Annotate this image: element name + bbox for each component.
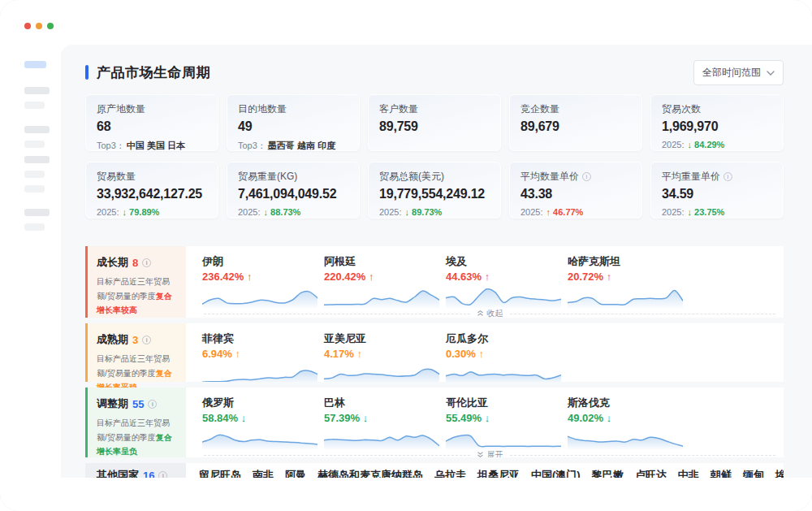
stat-card: 目的地数量49Top3：墨西哥 越南 印度 [227,94,360,151]
phase-title: 调整期55i [97,396,179,411]
phase-description-highlight: 复合增长率较高 [97,292,172,315]
panel-header: 产品市场生命周期 全部时间范围 [85,61,784,84]
country-tag: 中国(澳门) [531,468,581,478]
stat-card-value: 1,969,970 [662,119,772,134]
stat-card-top3: Top3：墨西哥 越南 印度 [238,140,348,151]
stat-card-label-text: 平均数量单价 [520,170,579,184]
phase-row-adjust: 调整期55i目标产品近三年贸易额/贸易量的季度复合增长率呈负俄罗斯58.84% … [85,388,784,457]
country-name: 巴林 [324,396,446,410]
divider [510,455,776,456]
info-icon[interactable]: i [582,172,591,181]
stat-card-label-text: 竞企数量 [520,102,559,116]
stat-card-label-text: 原产地数量 [97,102,145,116]
stat-card: 贸易重量(KG)7,461,094,049.522025:↓ 88.73% [227,162,360,219]
sidebar-skeleton-item [24,209,50,216]
phase-count: 16 [143,470,154,479]
sidebar-skeleton-item [24,156,50,163]
phase-name: 成熟期 [97,332,128,347]
stat-card: 客户数量89,759 [368,94,501,151]
time-range-select[interactable]: 全部时间范围 [693,60,784,85]
stat-card-value: 19,779,554,249.12 [379,187,490,201]
divider [204,455,470,456]
arrow-up-icon: ↑ [356,348,362,360]
stat-card-trend: 2025:↓ 23.75% [662,207,772,217]
stat-card-label: 目的地数量 [238,102,348,116]
collapse-toggle[interactable]: 收起 [202,308,784,318]
expand-toggle[interactable]: 展开 [202,449,784,457]
trend-year: 2025: [238,207,261,217]
main-panel: 产品市场生命周期 全部时间范围 原产地数量68Top3：中国 美国 日本目的地数… [61,45,812,478]
sparkline-chart [202,362,317,382]
sidebar-skeleton-item [24,102,45,109]
info-icon[interactable]: i [158,471,167,479]
window-minimize-button[interactable] [36,23,42,29]
toggle-label: 展开 [477,449,503,457]
country-name: 菲律宾 [202,331,324,346]
sparkline-chart [446,285,561,308]
stat-card-value: 7,461,094,049.52 [238,187,348,201]
country-tag: 留尼旺岛 [199,468,241,478]
stat-card: 贸易总额(美元)19,779,554,249.122025:↓ 89.73% [368,162,501,219]
stat-card-label-text: 目的地数量 [238,102,287,116]
window-zoom-button[interactable] [47,23,54,29]
other-countries-list: 留尼旺岛南非阿曼赫德岛和麦克唐纳群岛乌拉圭坦桑尼亚中国(澳门)黎巴嫩卢旺达中非朝… [186,463,784,478]
country-cell: 阿根廷220.42% ↑ [324,246,446,308]
arrow-down-icon: ↓ [363,412,369,424]
country-cell: 埃及44.63% ↑ [446,246,568,308]
window-close-button[interactable] [24,23,31,29]
arrow-down-icon: ↓ [688,140,693,149]
country-cell: 哈萨克斯坦20.72% ↑ [568,246,689,308]
phase-panel-mature: 成熟期3i目标产品近三年贸易额/贸易量的季度复合增长率平稳 [85,323,186,382]
sparkline-chart [446,362,561,382]
trend-value: ↓ 88.73% [264,207,301,217]
country-name: 阿根廷 [324,254,446,269]
country-tag: 黎巴嫩 [592,468,624,478]
country-cell: 菲律宾6.94% ↑ [202,323,324,382]
country-growth-pct: 20.72% ↑ [568,271,689,283]
title-wrap: 产品市场生命周期 [85,63,210,82]
stat-card-top3: Top3：中国 美国 日本 [97,140,207,151]
lifecycle-section: 成长期8i目标产品近三年贸易额/贸易量的季度复合增长率较高伊朗236.42% ↑… [85,246,784,478]
stat-card: 平均数量单价i43.382025:↑ 46.77% [509,162,642,219]
country-tag: 赫德岛和麦克唐纳群岛 [317,468,423,478]
arrow-down-icon: ↓ [264,207,269,217]
country-growth-pct: 49.02% ↓ [568,412,689,424]
country-cells: 伊朗236.42% ↑阿根廷220.42% ↑埃及44.63% ↑哈萨克斯坦20… [202,246,784,308]
phase-name: 调整期 [97,396,128,411]
country-tag: 埃塞俄比亚 [775,468,784,478]
country-tag: 缅甸 [743,468,764,478]
arrow-up-icon: ↑ [247,271,253,283]
trend-year: 2025: [97,207,119,217]
country-name: 厄瓜多尔 [446,331,568,346]
phase-row-others: 其他国家16i留尼旺岛南非阿曼赫德岛和麦克唐纳群岛乌拉圭坦桑尼亚中国(澳门)黎巴… [85,463,784,478]
arrow-up-icon: ↑ [478,348,484,360]
info-icon[interactable]: i [723,172,732,181]
info-icon[interactable]: i [142,336,151,344]
sidebar-skeleton-item [24,141,45,148]
top3-prefix: Top3： [97,140,125,151]
trend-value: ↓ 89.73% [405,207,443,217]
stat-card-label: 贸易数量 [97,170,207,184]
trend-year: 2025: [520,207,543,217]
country-cell: 亚美尼亚4.17% ↑ [324,323,446,382]
stat-card-label: 原产地数量 [97,102,207,116]
divider [204,314,470,314]
stat-card: 原产地数量68Top3：中国 美国 日本 [85,94,218,151]
sidebar-skeleton-item [24,223,45,231]
page-title: 产品市场生命周期 [97,63,210,82]
stat-card-label: 竞企数量 [520,102,631,116]
country-tag: 朝鲜 [710,468,732,478]
arrow-down-icon: ↓ [607,412,612,424]
arrow-down-icon: ↓ [485,412,490,424]
info-icon[interactable]: i [142,258,151,267]
arrow-up-icon: ↑ [235,348,240,360]
phase-description: 目标产品近三年贸易额/贸易量的季度复合增长率呈负 [97,416,179,459]
sidebar-skeleton-item [24,126,50,133]
country-cells: 俄罗斯58.84% ↓巴林57.39% ↓哥伦比亚55.49% ↓斯洛伐克49.… [202,388,784,449]
arrow-down-icon: ↓ [123,207,127,217]
stat-card-value: 34.59 [662,187,772,201]
phase-count: 3 [132,334,138,346]
stat-card-label-text: 贸易重量(KG) [238,170,297,184]
phase-description-highlight: 复合增长率呈负 [97,433,172,457]
info-icon[interactable]: i [148,400,157,409]
